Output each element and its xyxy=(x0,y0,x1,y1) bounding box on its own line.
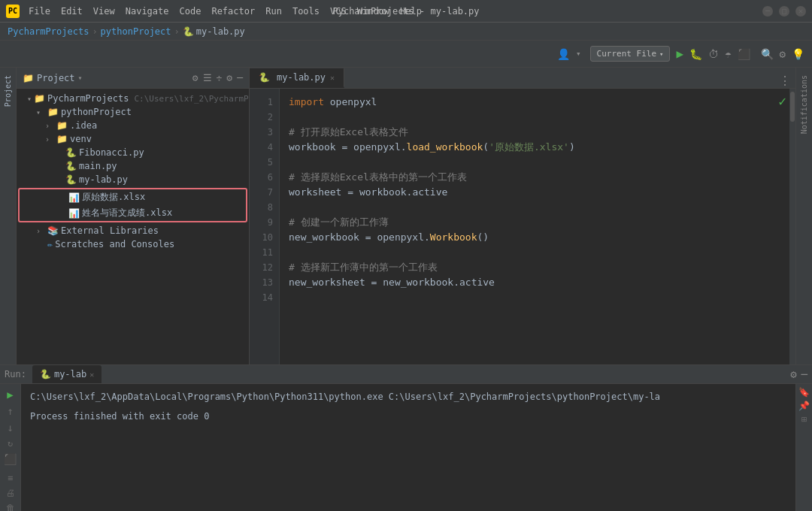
menu-item-navigate[interactable]: Navigate xyxy=(121,5,174,18)
tree-item-ext-libraries[interactable]: › 📚 External Libraries xyxy=(17,224,249,237)
maximize-button[interactable]: □ xyxy=(779,6,789,17)
run-label: Run: xyxy=(5,369,26,379)
scratches-icon: ✏ xyxy=(47,239,53,249)
code-line-5 xyxy=(289,155,780,170)
line-numbers: 12345 678910 11121314 xyxy=(250,89,280,364)
tree-item-xingming[interactable]: › 📊 姓名与语文成绩.xlsx xyxy=(20,205,246,221)
window-title: PycharmProjects - my-lab.py xyxy=(332,6,479,17)
run-trash-button[interactable]: 🗑 xyxy=(6,503,15,511)
editor-tab-mylab[interactable]: 🐍 my-lab.py ✕ xyxy=(250,68,344,88)
run-rerun-button[interactable]: ↻ xyxy=(8,438,13,449)
project-settings-icon[interactable]: ⚙ xyxy=(192,72,198,83)
run-play-button[interactable]: ▶ xyxy=(7,389,13,401)
project-panel-title: 📁 Project ▾ xyxy=(23,73,83,83)
tree-item-pythonproject[interactable]: ▾ 📁 pythonProject xyxy=(17,105,249,119)
tree-item-idea[interactable]: › 📁 .idea xyxy=(17,119,249,132)
menu-item-tools[interactable]: Tools xyxy=(288,5,324,18)
run-up-button[interactable]: ↑ xyxy=(7,405,13,417)
menu-item-file[interactable]: File xyxy=(24,5,55,18)
editor-menu-icon[interactable]: ⋮ xyxy=(779,74,791,88)
code-line-1: import openpyxl xyxy=(289,95,780,110)
settings-button[interactable]: ⚙ xyxy=(780,48,786,60)
editor-scrollbar[interactable] xyxy=(789,89,795,364)
search-everywhere-button[interactable]: 🔍 xyxy=(761,48,774,60)
menu-item-refactor[interactable]: Refactor xyxy=(207,5,259,18)
yuanshi-xlsx-icon: 📊 xyxy=(68,192,80,203)
project-panel: 📁 Project ▾ ⚙ ☰ ÷ ⚙ ─ ▾ 📁 PycharmProject… xyxy=(17,68,250,364)
current-file-dropdown[interactable]: Current File ▾ xyxy=(590,46,671,62)
code-editor[interactable]: 12345 678910 11121314 import openpyxl # … xyxy=(250,89,795,364)
project-icons: ⚙ ☰ ÷ ⚙ ─ xyxy=(192,72,243,83)
breadcrumb-file[interactable]: 🐍my-lab.py xyxy=(183,26,245,37)
ext-lib-icon: 📚 xyxy=(47,225,59,236)
tree-item-venv[interactable]: › 📁 venv xyxy=(17,132,249,146)
mylab-py-icon: 🐍 xyxy=(65,174,77,185)
pin-icon[interactable]: 📌 xyxy=(798,401,810,411)
tree-item-main[interactable]: › 🐍 main.py xyxy=(17,159,249,173)
code-line-4: workbook = openpyxl.load_workbook('原始数据.… xyxy=(289,140,780,155)
toolbar: 👤 ▾ Current File ▾ ▶ 🐛 ⏱ ☂ ⬛ 🔍 ⚙ 💡 xyxy=(0,41,812,68)
code-line-14 xyxy=(289,290,780,305)
main-py-icon: 🐍 xyxy=(65,161,77,171)
xingming-xlsx-icon: 📊 xyxy=(68,208,80,219)
stop-button[interactable]: ⬛ xyxy=(738,48,750,60)
profile-button[interactable]: ⏱ xyxy=(708,48,719,60)
run-wrap-button[interactable]: ≡ xyxy=(8,473,13,483)
coverage-button[interactable]: ☂ xyxy=(725,48,731,60)
run-command-line: C:\Users\lxf_2\AppData\Local\Programs\Py… xyxy=(30,390,786,404)
run-tab-close-button[interactable]: ✕ xyxy=(89,370,94,379)
editor-tabs: 🐍 my-lab.py ✕ ⋮ xyxy=(250,68,795,89)
code-content[interactable]: import openpyxl # 打开原始Excel表格文件 workbook… xyxy=(280,89,789,364)
close-button[interactable]: ✕ xyxy=(795,6,806,17)
debug-button[interactable]: 🐛 xyxy=(689,48,702,60)
code-line-6: # 选择原始Excel表格中的第一个工作表 xyxy=(289,170,780,185)
pythonproject-folder-icon: 📁 xyxy=(47,107,59,117)
tree-item-pycharmprojects[interactable]: ▾ 📁 PycharmProjects C:\Users\lxf_2\Pycha… xyxy=(17,92,249,105)
project-divider-icon[interactable]: ÷ xyxy=(217,72,223,83)
code-line-7: worksheet = workbook.active xyxy=(289,185,780,200)
minimize-button[interactable]: ─ xyxy=(762,6,773,17)
bottom-panel: Run: 🐍 my-lab ✕ ⚙ ─ ▶ ↑ ↓ ↻ ⬛ ≡ 🖨 🗑 C:\U… xyxy=(0,364,812,511)
title-bar: PC FileEditViewNavigateCodeRefactorRunTo… xyxy=(0,0,812,23)
run-print-button[interactable]: 🖨 xyxy=(6,488,15,498)
breadcrumb-pycharmprojects[interactable]: PycharmProjects xyxy=(8,26,89,37)
right-sidebar-strip: Notifications xyxy=(795,68,812,364)
toolbar-right: 👤 ▾ Current File ▾ ▶ 🐛 ⏱ ☂ ⬛ 🔍 ⚙ 💡 xyxy=(557,46,804,62)
run-button[interactable]: ▶ xyxy=(676,47,683,61)
run-output-area: ▶ ↑ ↓ ↻ ⬛ ≡ 🖨 🗑 C:\Users\lxf_2\AppData\L… xyxy=(0,384,812,511)
run-exit-message: Process finished with exit code 0 xyxy=(30,410,786,423)
run-settings-icon[interactable]: ⚙ xyxy=(790,368,796,380)
venv-folder-icon: 📁 xyxy=(56,134,68,144)
tree-item-yuanshi[interactable]: › 📊 原始数据.xlsx xyxy=(20,189,246,205)
project-config-icon[interactable]: ⚙ xyxy=(226,72,232,83)
notifications-tab[interactable]: Notifications xyxy=(798,71,810,138)
tree-item-fibonacci[interactable]: › 🐍 Fibonacci.py xyxy=(17,146,249,159)
sidebar-tab-project[interactable]: Project xyxy=(2,71,14,111)
project-dropdown-arrow[interactable]: ▾ xyxy=(78,74,83,82)
vcs-icon[interactable]: 👤 xyxy=(557,48,570,60)
run-tab-right: ⚙ ─ xyxy=(790,368,807,380)
run-stop-button[interactable]: ⬛ xyxy=(4,453,17,465)
tree-item-scratches[interactable]: › ✏ Scratches and Consoles xyxy=(17,237,249,251)
code-line-9: # 创建一个新的工作薄 xyxy=(289,215,780,230)
bookmark-icon[interactable]: 🔖 xyxy=(798,387,810,398)
tab-close-button[interactable]: ✕ xyxy=(330,74,335,82)
editor-checkmark: ✓ xyxy=(778,93,786,109)
menu-item-code[interactable]: Code xyxy=(175,5,206,18)
project-layout-icon[interactable]: ☰ xyxy=(203,72,212,83)
layout2-icon[interactable]: ⊞ xyxy=(801,414,807,425)
menu-item-run[interactable]: Run xyxy=(261,5,286,18)
breadcrumb-pythonproject[interactable]: pythonProject xyxy=(101,26,171,37)
run-tabs: Run: 🐍 my-lab ✕ ⚙ ─ xyxy=(0,365,812,384)
tree-item-mylab[interactable]: › 🐍 my-lab.py xyxy=(17,173,249,186)
run-minimize-icon[interactable]: ─ xyxy=(801,368,807,380)
run-down-button[interactable]: ↓ xyxy=(7,422,13,434)
menu-item-view[interactable]: View xyxy=(89,5,120,18)
menu-item-edit[interactable]: Edit xyxy=(56,5,87,18)
run-left-strip: ▶ ↑ ↓ ↻ ⬛ ≡ 🖨 🗑 xyxy=(0,384,21,511)
code-line-3: # 打开原始Excel表格文件 xyxy=(289,125,780,140)
run-tab-mylab[interactable]: 🐍 my-lab ✕ xyxy=(32,365,102,383)
window-controls: ─ □ ✕ xyxy=(762,6,806,17)
project-collapse-icon[interactable]: ─ xyxy=(237,72,243,83)
ide-features-button[interactable]: 💡 xyxy=(792,48,804,60)
